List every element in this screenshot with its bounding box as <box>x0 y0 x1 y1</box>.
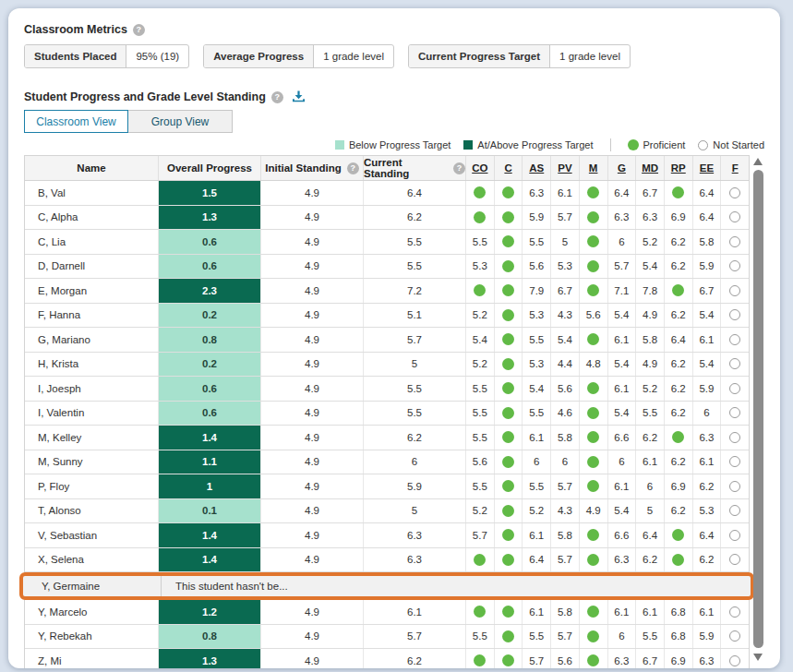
domain-cell-f <box>721 353 749 377</box>
tab-classroom-view[interactable]: Classroom View <box>24 110 128 133</box>
domain-cell-pv: 4.3 <box>551 304 580 328</box>
domain-cell-pv: 5.6 <box>551 649 580 668</box>
not-started-ring-icon <box>729 383 740 394</box>
overall-progress-cell: 0.6 <box>159 230 261 254</box>
domain-cell-g: 6.4 <box>608 181 637 205</box>
overall-progress-value: 0.1 <box>159 499 260 523</box>
scroll-up-icon[interactable] <box>753 158 763 165</box>
legend-above-target: At/Above Progress Target <box>463 139 593 150</box>
initial-standing-cell: 4.9 <box>261 426 364 450</box>
initial-standing-cell: 4.9 <box>261 600 364 624</box>
domain-cell-pv: 5.8 <box>551 523 580 547</box>
metric-label: Students Placed <box>25 45 126 67</box>
overall-progress-value: 2.3 <box>159 279 260 303</box>
metric-label: Average Progress <box>204 45 314 67</box>
domain-cell-as: 5.3 <box>523 304 551 328</box>
domain-cell-ee: 5.4 <box>693 304 722 328</box>
domain-cell-rp: 6.2 <box>665 377 693 401</box>
column-header-label[interactable]: M <box>589 162 598 174</box>
overall-progress-cell: 1.4 <box>159 548 261 572</box>
tab-group-view[interactable]: Group View <box>128 110 233 133</box>
domain-cell-ee: 5.3 <box>693 499 722 523</box>
vertical-scrollbar[interactable] <box>752 155 764 668</box>
column-header-label[interactable]: AS <box>529 162 544 174</box>
domain-cell-pv: 4.4 <box>551 353 580 377</box>
domain-cell-f <box>721 279 749 303</box>
domain-cell-m: 4.8 <box>580 353 608 377</box>
column-header-label[interactable]: F <box>732 162 739 174</box>
domain-cell-rp: 6.2 <box>665 499 693 523</box>
help-icon[interactable]: ? <box>347 162 359 174</box>
column-header-m: M <box>580 156 608 180</box>
domain-cell-as: 6.4 <box>523 548 551 572</box>
overall-progress-cell: 0.6 <box>159 402 261 426</box>
proficient-dot-icon <box>502 505 514 517</box>
proficient-dot-icon <box>474 186 486 198</box>
proficient-dot-icon <box>587 333 599 345</box>
column-header-label[interactable]: EE <box>700 162 714 174</box>
help-icon[interactable]: ? <box>133 24 145 36</box>
domain-cell-ee: 6.2 <box>693 474 722 498</box>
domain-cell-g: 6 <box>608 450 637 474</box>
column-header-label[interactable]: RP <box>671 162 686 174</box>
scrollbar-thumb[interactable] <box>753 170 763 648</box>
domain-cell-pv: 5.7 <box>551 548 580 572</box>
highlighted-student-row[interactable]: Y, GermaineThis student hasn't be... <box>19 572 754 600</box>
help-icon[interactable]: ? <box>453 162 465 174</box>
column-header-label[interactable]: C <box>504 162 511 174</box>
current-standing-cell: 6.3 <box>364 548 466 572</box>
domain-cell-c <box>495 230 523 254</box>
domain-cell-rp: 6.2 <box>665 353 693 377</box>
domain-cell-f <box>721 625 749 649</box>
scroll-down-icon[interactable] <box>753 654 763 661</box>
initial-standing-cell: 4.9 <box>261 649 364 668</box>
domain-cell-m <box>580 649 608 668</box>
domain-cell-g: 6 <box>608 625 637 649</box>
column-header-label[interactable]: G <box>618 162 626 174</box>
not-started-ring-icon <box>729 606 740 618</box>
domain-cell-rp: 6.2 <box>665 255 693 279</box>
domain-cell-co: 5.2 <box>466 353 495 377</box>
student-row: Z, Mi1.34.96.25.75.66.36.76.96.3 <box>25 649 749 668</box>
domain-cell-g: 6.3 <box>608 548 637 572</box>
below-target-swatch-icon <box>335 140 344 150</box>
domain-cell-ee: 5.9 <box>693 377 722 401</box>
overall-progress-value: 1.4 <box>159 548 260 572</box>
view-tabs: Classroom View Group View <box>24 110 764 133</box>
help-icon[interactable]: ? <box>271 91 283 103</box>
proficient-dot-icon <box>502 333 514 345</box>
student-name: V, Sebastian <box>25 523 159 547</box>
domain-cell-m <box>580 181 608 205</box>
domain-cell-c <box>495 181 523 205</box>
column-header-pv: PV <box>551 156 580 180</box>
proficient-dot-icon <box>587 606 599 618</box>
overall-progress-value: 0.6 <box>159 255 260 279</box>
column-header-label[interactable]: CO <box>472 162 487 174</box>
domain-cell-ee: 6.2 <box>693 548 722 572</box>
domain-cell-g: 6.1 <box>608 328 637 352</box>
legend-below-target: Below Progress Target <box>335 139 451 150</box>
domain-cell-f <box>721 600 749 624</box>
domain-cell-pv: 5.6 <box>551 377 580 401</box>
domain-cell-rp: 6.8 <box>665 600 693 624</box>
domain-cell-ee: 6.4 <box>693 181 722 205</box>
domain-cell-as: 5.5 <box>523 625 551 649</box>
column-header-co: CO <box>466 156 495 180</box>
domain-cell-ee: 5.8 <box>693 230 722 254</box>
column-header-label[interactable]: MD <box>642 162 658 174</box>
proficient-dot-icon <box>672 431 684 443</box>
proficient-dot-icon <box>474 284 486 296</box>
download-icon[interactable] <box>292 90 306 103</box>
proficient-dot-icon <box>587 456 599 468</box>
student-name: T, Alonso <box>25 499 159 523</box>
initial-standing-cell: 4.9 <box>261 499 364 523</box>
domain-cell-pv: 5.7 <box>551 474 580 498</box>
domain-cell-md: 6.4 <box>636 523 665 547</box>
domain-cell-co <box>466 206 495 230</box>
proficient-dot-icon <box>502 630 514 642</box>
domain-cell-md: 6.3 <box>636 206 665 230</box>
column-header-label[interactable]: PV <box>558 162 571 174</box>
domain-cell-co: 5.5 <box>466 474 495 498</box>
initial-standing-cell: 4.9 <box>261 304 364 328</box>
not-started-ring-icon <box>729 285 740 296</box>
